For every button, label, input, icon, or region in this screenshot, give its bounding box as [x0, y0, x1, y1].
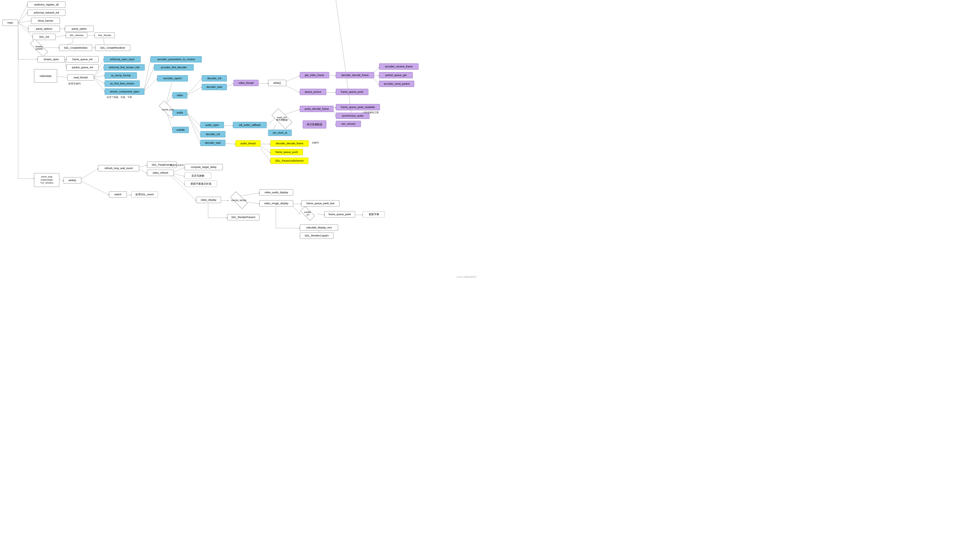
- abandon-invalid-frame-node: 丢弃无效帧: [185, 173, 211, 179]
- avcodec-parameters-to-context-node: avcodec_parameters_to_context: [150, 56, 202, 62]
- sdl-audio-callback-node: sdl_audio_callback: [233, 122, 267, 128]
- while-event-node: while(): [63, 177, 81, 184]
- svg-line-2: [18, 21, 31, 23]
- queue-picture-node: queue_picture: [300, 89, 326, 95]
- svg-line-33: [187, 87, 202, 95]
- main-node: main: [2, 20, 18, 26]
- arrows-svg: [0, 0, 479, 280]
- svg-line-57: [260, 148, 270, 161]
- stream-open-node: stream_open: [38, 56, 65, 62]
- svg-line-6: [56, 36, 66, 37]
- diagram-container: main avdevice_register_all avformat_netw…: [0, 0, 479, 280]
- svg-line-43: [187, 112, 200, 126]
- svg-line-54: [225, 144, 235, 144]
- svg-line-26: [144, 67, 154, 92]
- avcodec-open2-node: avcodec_open2: [157, 75, 188, 81]
- avformat-find-stream-info-node: avformat_find_stream_info: [104, 64, 145, 70]
- avcodec-send-packet-node: avcodec_send_packet: [379, 81, 414, 87]
- handle-sdl-event-node: 处理SDL_event: [131, 191, 158, 198]
- svg-line-44: [187, 112, 200, 135]
- decoder-start-audio-node: decoder_start: [200, 140, 225, 146]
- svg-line-37: [285, 85, 300, 92]
- sdl-render-present-node: SDL_RenderPresent: [227, 214, 260, 220]
- svg-line-36: [285, 76, 300, 82]
- video-image-display-node: video_image_display: [260, 200, 293, 206]
- read-thread-label: 配置用,解码: [69, 82, 81, 85]
- decoder-init-audio-node: decoder_init: [200, 131, 225, 137]
- sdl-createwindow-node: SDL_CreateWindow: [59, 45, 92, 51]
- frame-queue-peek-last-node: frame_queue_peek_last: [301, 200, 340, 206]
- video-refresh-node: video_refresh: [147, 170, 174, 176]
- sdl-window-node: SDL_Window: [66, 32, 87, 38]
- watermark: CSDN @极简架构下: [456, 275, 477, 279]
- display-disable-node: !display_disable: [26, 43, 52, 52]
- svg-line-41: [373, 78, 379, 84]
- frame-queue-peek-readable-node: frame_queue_peek_readable: [336, 104, 380, 110]
- packet-queue-get-node: packet_queue_get: [379, 72, 413, 78]
- svg-line-67: [172, 176, 196, 201]
- svg-line-52: [336, 0, 352, 120]
- auto-decode-label: 自解码: [312, 141, 319, 144]
- video-node: video: [172, 92, 187, 98]
- swr-convert-node: swr_convert: [336, 121, 361, 127]
- avformat-network-init-node: avformat_network_init: [27, 9, 66, 16]
- decoder-init-video-node: decoder_init: [202, 75, 227, 81]
- packet-queue-init-node: packet_queue_init: [66, 64, 99, 70]
- sdl-render-copy-ex-node: SDL_RenderCopyEx: [300, 232, 333, 239]
- compute-target-delay-node: compute_target_delay: [185, 164, 223, 170]
- svg-line-23: [94, 78, 105, 84]
- show-banner-node: show_banner: [31, 17, 60, 24]
- parse-options-node: parse_options: [28, 26, 60, 32]
- decoder-decode-frame-video-node: decoder_decode_frame: [336, 72, 374, 78]
- svg-line-3: [18, 23, 28, 29]
- svg-line-34: [226, 84, 233, 87]
- svg-line-32: [187, 78, 202, 95]
- svg-line-45: [187, 112, 200, 144]
- copy-audio-data-node: 拷贝音频数据: [303, 120, 326, 128]
- av-dump-format-node: av_dump_format: [105, 72, 137, 79]
- avcodec-find-decoder-node: avcodec_find_decoder: [154, 64, 194, 70]
- show-mode-node: SHOW_MODE: [227, 195, 251, 206]
- svg-line-64: [173, 168, 185, 172]
- svg-line-22: [94, 75, 105, 78]
- parse-option-node: parse_option: [65, 26, 94, 32]
- audio-thread-node: audio_thread: [235, 140, 261, 147]
- av-find-best-stream-node: av_find_best_stream: [105, 80, 140, 87]
- svg-line-63: [138, 169, 147, 173]
- update-subtitle-area-node: 更新字幕显示区域: [185, 181, 217, 187]
- read-thread-node: read_thread: [67, 74, 94, 81]
- frame-queue-push-audio-node: frame_queue_push: [270, 149, 303, 155]
- svg-line-68: [81, 181, 109, 195]
- audio-node: audio: [172, 109, 187, 116]
- frame-queue-peek-node: frame_queue_peek: [324, 211, 355, 217]
- frame-queue-init-node: frame_queue_init: [66, 56, 99, 62]
- stream-component-open-node: stream_component_open: [105, 89, 144, 95]
- calc-audio-label: 计算音频校正数: [363, 111, 379, 114]
- svg-line-62: [138, 165, 147, 167]
- svg-line-56: [260, 146, 270, 153]
- switch-node: switch: [109, 191, 127, 198]
- sync-label: 视频同步条件: [170, 164, 184, 167]
- decoder-start-video-node: decoder_start: [202, 84, 227, 90]
- svg-line-61: [81, 169, 98, 179]
- calculate-display-rect-node: calculate_display_rect: [300, 225, 338, 231]
- avformat-open-input-node: avformat_open_input: [104, 56, 141, 62]
- video-thread-node: video_thread: [233, 80, 258, 86]
- get-video-frame-node: get_video_frame: [300, 72, 329, 78]
- audio-open-node: audio_open: [200, 122, 224, 128]
- frame-queue-push-node: frame_queue_push: [336, 89, 368, 95]
- while0-video-node: while(): [268, 80, 286, 86]
- refresh-loop-wait-event-node: refresh_loop_wait_event: [98, 165, 139, 172]
- svg-line-1: [18, 12, 27, 23]
- svg-line-39: [373, 67, 379, 73]
- decoder-decode-frame-audio-node: decoder_decode_frame: [270, 140, 309, 147]
- svg-line-27: [144, 79, 157, 92]
- svg-line-28: [166, 82, 172, 105]
- sdl-render-node: SDL_Render: [94, 32, 115, 38]
- event-loop-node: event_loop (VideoState *cur_stream): [34, 173, 59, 187]
- audio-buffer-cond-node: audio_buf有可用数据: [268, 112, 296, 126]
- svg-line-24: [94, 78, 105, 92]
- video-audio-display-node: video_audio_display: [260, 189, 293, 196]
- avdevice-register-all-node: avdevice_register_all: [27, 2, 66, 8]
- sdl-init-node: SDL_Init: [33, 34, 56, 40]
